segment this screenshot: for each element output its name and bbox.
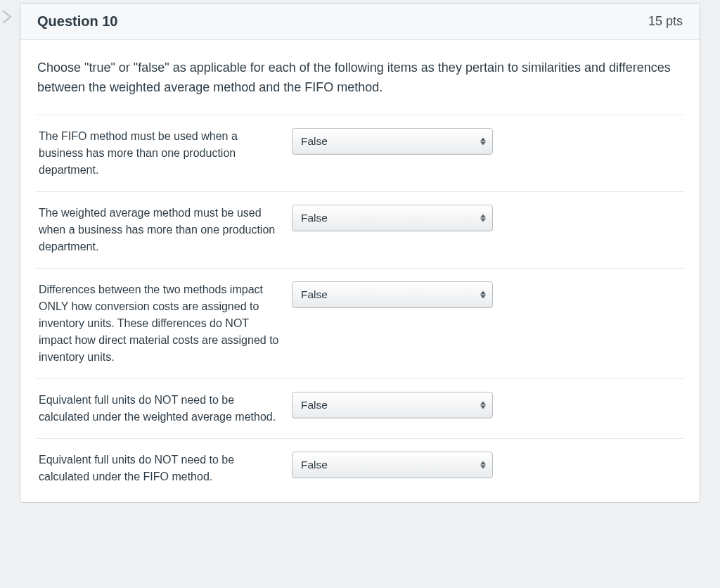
select-value: False bbox=[301, 212, 328, 224]
question-item: The FIFO method must be used when a busi… bbox=[36, 115, 684, 191]
select-value: False bbox=[301, 399, 328, 411]
item-text: Differences between the two methods impa… bbox=[39, 281, 285, 366]
question-header: Question 10 15 pts bbox=[20, 4, 700, 40]
question-instructions: Choose "true" or "false" as applicable f… bbox=[36, 58, 684, 98]
question-body: Choose "true" or "false" as applicable f… bbox=[20, 40, 700, 502]
item-text: The weighted average method must be used… bbox=[39, 205, 285, 255]
items-list: The FIFO method must be used when a busi… bbox=[36, 115, 684, 498]
answer-select[interactable]: False bbox=[292, 392, 493, 418]
select-value: False bbox=[301, 135, 328, 148]
select-value: False bbox=[301, 459, 328, 471]
question-card: Question 10 15 pts Choose "true" or "fal… bbox=[20, 3, 700, 503]
answer-select[interactable]: False bbox=[292, 128, 493, 155]
question-points: 15 pts bbox=[648, 14, 683, 29]
question-item: Equivalent full units do NOT need to be … bbox=[36, 378, 684, 438]
next-arrow-icon[interactable] bbox=[0, 7, 15, 27]
item-text: Equivalent full units do NOT need to be … bbox=[39, 452, 285, 485]
answer-select[interactable]: False bbox=[292, 205, 493, 231]
question-item: Equivalent full units do NOT need to be … bbox=[36, 438, 684, 498]
answer-select[interactable]: False bbox=[292, 452, 493, 478]
item-text: Equivalent full units do NOT need to be … bbox=[39, 392, 285, 426]
select-value: False bbox=[301, 288, 328, 301]
question-title: Question 10 bbox=[37, 13, 117, 30]
question-item: The weighted average method must be used… bbox=[36, 191, 684, 268]
question-item: Differences between the two methods impa… bbox=[36, 268, 684, 378]
answer-select[interactable]: False bbox=[292, 281, 493, 308]
item-text: The FIFO method must be used when a busi… bbox=[39, 128, 285, 179]
